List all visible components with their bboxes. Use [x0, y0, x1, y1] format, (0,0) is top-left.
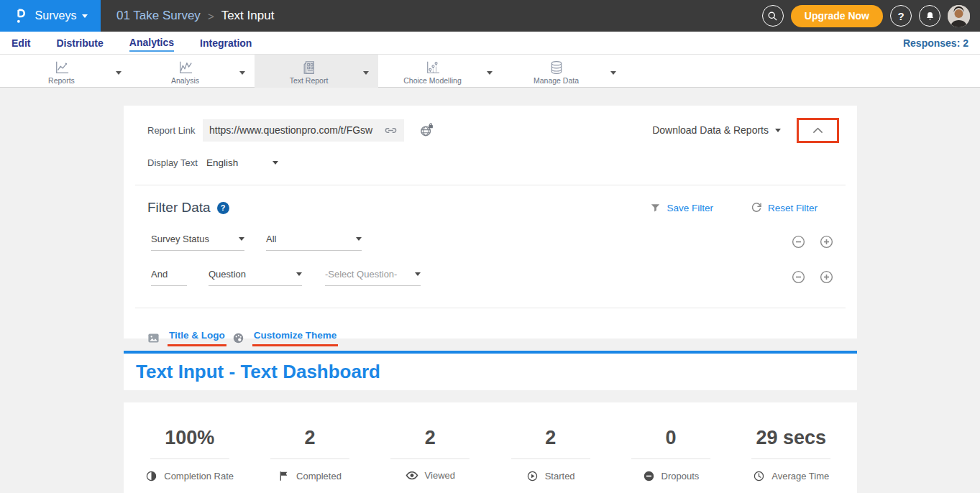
eye-icon [406, 470, 418, 481]
reset-filter-button[interactable]: Reset Filter [751, 202, 818, 213]
breadcrumb: 01 Take Survey > Text Input [116, 9, 274, 23]
add-condition-icon[interactable] [819, 269, 834, 285]
theme-row: Title & Logo Customize Theme [124, 318, 857, 346]
page: Surveys 01 Take Survey > Text Input Upgr… [0, 0, 980, 493]
filter-row-actions [791, 234, 834, 249]
display-text-label: Display Text [147, 157, 199, 168]
subnav-item-integration[interactable]: Integration [200, 34, 252, 51]
stat-divider [390, 459, 470, 459]
app-switcher[interactable]: Surveys [0, 0, 101, 32]
report-icon [301, 60, 317, 75]
filter-header: Filter Data ? Save Filter Reset Filter [124, 185, 857, 216]
question-mark-icon: ? [897, 10, 904, 22]
search-button[interactable] [762, 5, 784, 27]
content-area: Report Link https://www.questionpro.com/… [0, 88, 980, 493]
avatar-photo [948, 5, 970, 27]
stat-average-time: 29 secs Average Time [731, 402, 851, 493]
breadcrumb-survey-name[interactable]: 01 Take Survey [116, 9, 201, 23]
filter-value-select[interactable]: All [266, 234, 362, 251]
upgrade-now-button[interactable]: Upgrade Now [791, 5, 883, 27]
filter-row-actions [791, 269, 834, 285]
chevron-down-icon [239, 237, 244, 241]
stat-divider [511, 459, 590, 459]
display-text-select[interactable]: English [206, 157, 278, 168]
chevron-down-icon [82, 14, 88, 18]
public-link-button[interactable] [419, 123, 434, 138]
remove-condition-icon[interactable] [791, 234, 806, 249]
tab-manage-data[interactable]: Manage Data [502, 55, 626, 88]
stat-divider [150, 459, 229, 459]
tab-label: Reports [48, 76, 75, 85]
survey-stats-card: 100% Completion Rate 2 [124, 402, 857, 493]
tab-reports-dropdown[interactable] [116, 65, 122, 78]
subnav-item-edit[interactable]: Edit [12, 34, 30, 51]
chevron-down-icon [356, 237, 362, 241]
stat-divider [631, 459, 710, 459]
responses-count[interactable]: Responses: 2 [903, 37, 968, 49]
stat-viewed: 2 Viewed [370, 402, 490, 493]
report-link-row: Report Link https://www.questionpro.com/… [124, 114, 857, 146]
questionpro-logo-icon [13, 7, 29, 25]
stat-value: 2 [545, 427, 556, 449]
stat-divider [270, 459, 349, 459]
minus-circle-icon [643, 470, 655, 482]
remove-condition-icon[interactable] [791, 269, 806, 285]
app-switcher-label: Surveys [35, 9, 77, 22]
tab-choice-modelling-dropdown[interactable] [487, 65, 493, 78]
header-actions: Upgrade Now ? [762, 5, 970, 27]
report-link-input[interactable]: https://www.questionpro.com/t/FGsw [203, 119, 404, 142]
customize-theme-label: Customize Theme [252, 330, 339, 346]
refresh-icon [751, 202, 762, 213]
breadcrumb-current-page: Text Input [221, 9, 275, 23]
stat-label: Completion Rate [164, 471, 234, 482]
tab-analysis-dropdown[interactable] [239, 65, 245, 78]
tab-label: Text Report [290, 76, 329, 85]
stat-value: 0 [665, 427, 676, 449]
title-logo-link[interactable]: Title & Logo [147, 330, 226, 346]
filter-field-select[interactable]: Question [209, 269, 302, 286]
subnav-item-distribute[interactable]: Distribute [56, 34, 103, 51]
stat-label: Completed [296, 471, 342, 482]
chevron-down-icon [415, 272, 421, 276]
stat-value: 2 [425, 427, 436, 449]
save-filter-label: Save Filter [667, 203, 713, 213]
breadcrumb-separator: > [208, 10, 214, 22]
filter-field-value: Question [209, 269, 246, 280]
filter-field-select[interactable]: Survey Status [151, 234, 244, 251]
annotation-highlight-box [797, 118, 839, 143]
tab-choice-modelling[interactable]: Choice Modelling [378, 55, 502, 88]
flag-icon [278, 470, 290, 482]
filter-operator-select[interactable]: And [151, 269, 187, 286]
divider [135, 308, 846, 308]
stat-started: 2 Started [490, 402, 610, 493]
stat-label: Dropouts [661, 471, 700, 482]
stat-label: Average Time [771, 471, 829, 482]
customize-theme-link[interactable]: Customize Theme [232, 330, 339, 346]
database-icon [549, 60, 564, 75]
tab-analysis[interactable]: Analysis [131, 55, 255, 88]
line-chart-icon [54, 60, 70, 75]
display-text-row: Display Text English [124, 149, 857, 176]
filter-help-icon[interactable]: ? [217, 202, 229, 214]
notifications-button[interactable] [919, 5, 940, 27]
tab-reports[interactable]: Reports [7, 55, 131, 88]
stat-value: 29 secs [756, 427, 827, 449]
select-question-dropdown[interactable]: -Select Question- [325, 269, 421, 286]
add-condition-icon[interactable] [819, 234, 834, 249]
stat-label: Viewed [425, 470, 455, 481]
filter-field-value: Survey Status [151, 234, 209, 244]
download-data-reports-dropdown[interactable]: Download Data & Reports [652, 124, 781, 136]
tab-text-report-dropdown[interactable] [363, 65, 369, 78]
subnav-item-analytics[interactable]: Analytics [129, 34, 174, 52]
collapse-panel-button[interactable] [799, 120, 837, 141]
download-data-reports-label: Download Data & Reports [652, 124, 769, 136]
tab-manage-data-dropdown[interactable] [610, 65, 616, 78]
palette-icon [232, 332, 244, 344]
help-button[interactable]: ? [890, 5, 912, 27]
image-icon [147, 332, 160, 344]
user-avatar[interactable] [948, 5, 970, 27]
stat-divider [751, 459, 830, 459]
tab-text-report[interactable]: Text Report [255, 55, 378, 88]
tab-label: Analysis [171, 76, 199, 85]
save-filter-button[interactable]: Save Filter [650, 203, 713, 213]
